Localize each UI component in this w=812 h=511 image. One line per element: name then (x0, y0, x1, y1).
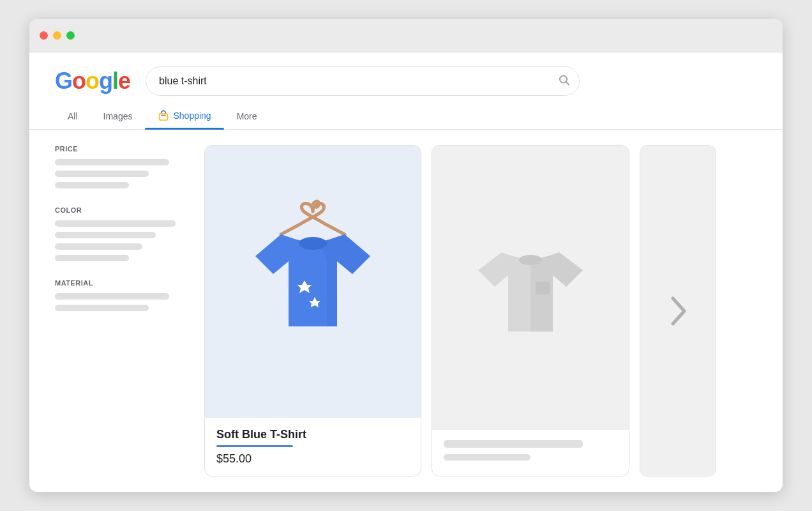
search-input[interactable]: blue t-shirt (146, 66, 580, 96)
color-bar-2 (55, 232, 156, 238)
tab-all-label: All (68, 111, 78, 121)
secondary-product-info (432, 430, 629, 476)
material-bar-1 (55, 293, 169, 300)
price-bar-1 (55, 159, 169, 165)
featured-product-name: Soft Blue T-Shirt (216, 428, 409, 441)
search-bar-area: Google blue t-shirt (29, 52, 783, 96)
blue-tshirt-illustration (236, 199, 389, 365)
gray-tshirt-illustration (467, 224, 594, 352)
secondary-price-placeholder (444, 454, 530, 461)
svg-rect-2 (160, 114, 168, 120)
svg-line-1 (566, 82, 569, 85)
browser-window: Google blue t-shirt All Images (29, 19, 783, 492)
material-bar-2 (55, 305, 149, 311)
search-input-container: blue t-shirt (146, 66, 580, 96)
sidebar-section-material: MATERIAL (55, 279, 189, 311)
tertiary-product-image (640, 146, 716, 476)
shopping-bag-icon (158, 110, 169, 121)
product-card-secondary[interactable] (432, 145, 629, 477)
secondary-product-image (432, 146, 629, 430)
color-bar-1 (55, 220, 176, 227)
tab-shopping[interactable]: Shopping (145, 105, 223, 129)
tab-more-label: More (237, 111, 257, 121)
sidebar-section-price: PRICE (55, 145, 189, 188)
search-icon (558, 74, 571, 87)
tab-shopping-label: Shopping (173, 111, 211, 121)
secondary-name-placeholder (444, 440, 583, 448)
sidebar: PRICE COLOR MATERIAL (55, 145, 189, 477)
traffic-light-fullscreen[interactable] (66, 31, 75, 40)
product-card-featured[interactable]: Soft Blue T-Shirt $55.00 (204, 145, 421, 477)
color-bar-3 (55, 243, 142, 250)
featured-product-info: Soft Blue T-Shirt $55.00 (205, 418, 421, 476)
tabs-area: All Images Shopping More (29, 96, 783, 130)
browser-content: Google blue t-shirt All Images (29, 52, 783, 492)
tab-images[interactable]: Images (91, 106, 146, 129)
featured-product-price: $55.00 (216, 452, 409, 466)
search-button[interactable] (558, 74, 571, 89)
product-card-tertiary[interactable] (640, 145, 716, 477)
browser-titlebar (29, 19, 783, 52)
featured-product-image (205, 146, 421, 418)
tab-all[interactable]: All (55, 106, 91, 129)
price-bar-3 (55, 182, 129, 188)
price-bar-2 (55, 171, 149, 177)
color-section-title: COLOR (55, 206, 189, 214)
main-area: PRICE COLOR MATERIAL (29, 130, 783, 492)
tab-more[interactable]: More (224, 106, 270, 129)
tab-images-label: Images (103, 111, 133, 121)
traffic-light-close[interactable] (40, 31, 48, 40)
sidebar-section-color: COLOR (55, 206, 189, 261)
price-section-title: PRICE (55, 145, 189, 153)
products-area: Soft Blue T-Shirt $55.00 (204, 145, 757, 477)
traffic-light-minimize[interactable] (53, 31, 61, 40)
color-bar-4 (55, 255, 129, 261)
material-section-title: MATERIAL (55, 279, 189, 287)
google-logo: Google (55, 68, 130, 95)
chevron-right-icon (668, 296, 688, 326)
